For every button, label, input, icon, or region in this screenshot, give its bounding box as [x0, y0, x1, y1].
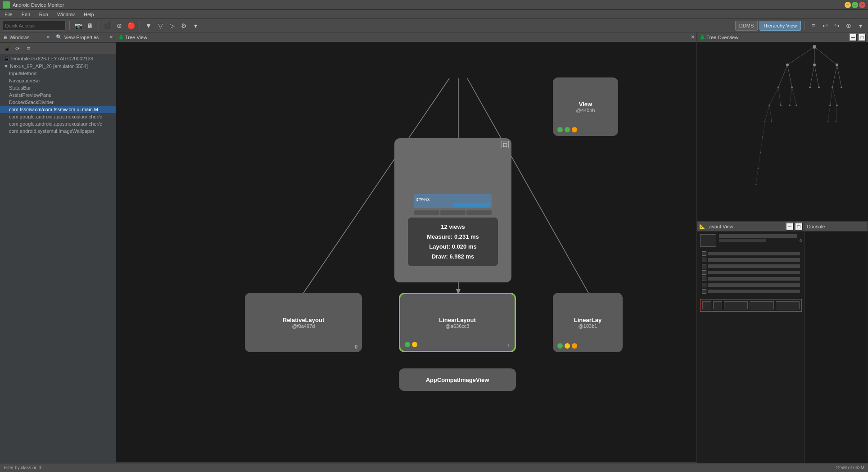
- layout-row-3: [700, 263, 802, 269]
- toolbar-btn-1[interactable]: 📷: [73, 21, 83, 31]
- toolbar-separator-3: [140, 21, 140, 30]
- toolbar-btn-5[interactable]: 🔴: [126, 21, 136, 31]
- item-assistpreview[interactable]: AssistPreviewPanel: [0, 91, 116, 99]
- svg-line-9: [810, 65, 814, 87]
- checkbox-1[interactable]: [702, 251, 706, 256]
- svg-point-50: [836, 121, 837, 122]
- toolbar-extra-4[interactable]: ⊕: [844, 21, 854, 31]
- item-dockedstack[interactable]: DockedStackDivider: [0, 99, 116, 106]
- view-properties-tab[interactable]: 🔍 View Properties ✕: [53, 32, 116, 42]
- checkbox-5[interactable]: [702, 277, 706, 281]
- layout-num-0: 0: [800, 238, 802, 243]
- dot-orange-1: [572, 127, 577, 132]
- menu-run[interactable]: Run: [36, 11, 51, 18]
- menu-edit[interactable]: Edit: [19, 11, 33, 18]
- windows-tab[interactable]: 🖥 Windows ✕: [0, 32, 53, 42]
- action-btn-3[interactable]: ≡: [23, 44, 33, 54]
- node-view-top[interactable]: View @440bb: [553, 77, 618, 136]
- item-imagewallpaper[interactable]: com.android.systemui.ImageWallpaper: [0, 127, 116, 135]
- device-lemobile[interactable]: 📱 lemobile-lex626-LEY7A07020002139: [0, 55, 116, 63]
- toolbar-btn-2[interactable]: 🖥: [85, 21, 95, 31]
- hierarchy-view-button[interactable]: Hierarchy View: [760, 21, 801, 31]
- layout-small-3: [724, 301, 748, 309]
- node-linear-center-num: 1: [507, 343, 510, 348]
- checkbox-6[interactable]: [702, 283, 706, 287]
- quick-access-input[interactable]: [3, 21, 66, 31]
- node-relativelayout[interactable]: RelativeLayout @f0a497d 0: [245, 293, 362, 352]
- main-toolbar: 📷 🖥 ⬛ ⊕ 🔴 ▼ ▽ ▷ ⚙ ▾ DDMS Hierarchy View …: [0, 19, 868, 32]
- overview-svg: [697, 42, 868, 222]
- toolbar-extra-1[interactable]: ≡: [809, 21, 818, 31]
- toolbar-btn-9[interactable]: ⚙: [179, 21, 189, 31]
- filter-label: Filter by class or id:: [4, 465, 42, 470]
- svg-line-24: [778, 87, 781, 105]
- view-properties-close[interactable]: ✕: [109, 35, 113, 40]
- info-box: 12 views Measure: 0.231 ms Layout: 0.020…: [408, 218, 498, 266]
- app-btn-2: [440, 210, 466, 215]
- checkbox-4[interactable]: [702, 270, 706, 275]
- node-linearlayout-center[interactable]: LinearLayout @a636cc3 1: [399, 293, 516, 352]
- toolbar-btn-4[interactable]: ⊕: [114, 21, 124, 31]
- menu-file[interactable]: File: [2, 11, 15, 18]
- item-fssmw[interactable]: com.fssmw.cm/com.fssmw.cm.ui.main.M: [0, 106, 116, 113]
- svg-point-15: [813, 64, 816, 66]
- status-memory: 125M of 663M: [836, 465, 864, 470]
- item-inputmethod[interactable]: InputMethod: [0, 70, 116, 77]
- toolbar-btn-7[interactable]: ▽: [155, 21, 165, 31]
- tree-overview-min[interactable]: ─: [849, 33, 857, 41]
- minimize-button[interactable]: ─: [845, 2, 851, 8]
- maximize-button[interactable]: □: [852, 2, 858, 8]
- toolbar-btn-10[interactable]: ▾: [190, 21, 200, 31]
- node-linear-right-id: @103b1: [579, 323, 597, 329]
- console-title: Console: [807, 224, 866, 229]
- toolbar-btn-8[interactable]: ▷: [167, 21, 177, 31]
- item-navigationbar[interactable]: NavigationBar: [0, 77, 116, 84]
- item-nexuslauncher-2[interactable]: com.google.android.apps.nexuslauncher/c: [0, 120, 116, 127]
- checkbox-3[interactable]: [702, 264, 706, 268]
- layout-view-min[interactable]: ─: [786, 222, 794, 231]
- layout-bar-7: [708, 277, 800, 281]
- toolbar-btn-6[interactable]: ▼: [144, 21, 154, 31]
- toolbar-extra-2[interactable]: ↩: [820, 21, 830, 31]
- device-nexus[interactable]: ▼ Nexus_6P_API_26 [emulator-5554]: [0, 63, 116, 70]
- action-btn-2[interactable]: ⟳: [13, 44, 23, 54]
- view-properties-icon: 🔍: [56, 34, 62, 40]
- svg-line-32: [769, 105, 772, 121]
- dot-linear-green: [405, 342, 410, 347]
- tree-overview-canvas: [697, 42, 868, 222]
- action-btn-1[interactable]: 📱: [2, 44, 12, 54]
- item-statusbar[interactable]: StatusBar: [0, 84, 116, 91]
- toolbar-extra-3[interactable]: ↪: [832, 21, 842, 31]
- ddms-button[interactable]: DDMS: [735, 21, 758, 31]
- layout-small-2: [713, 301, 722, 309]
- svg-line-7: [778, 65, 787, 87]
- layout-text-area: [719, 234, 797, 247]
- node-appcompat[interactable]: AppCompatImageView: [399, 368, 516, 391]
- windows-close[interactable]: ✕: [46, 35, 50, 40]
- checkbox-2[interactable]: [702, 258, 706, 262]
- menu-help[interactable]: Help: [81, 11, 97, 18]
- layout-bar-1: [719, 234, 797, 238]
- close-button[interactable]: ✕: [859, 2, 865, 8]
- app-icon: [3, 1, 10, 9]
- item-nexuslauncher-1[interactable]: com.google.android.apps.nexuslauncher/c: [0, 113, 116, 120]
- checkbox-7[interactable]: [702, 289, 706, 294]
- tree-view-close[interactable]: ✕: [691, 34, 695, 40]
- layout-bar-8: [708, 283, 800, 287]
- node-linearlayout-right[interactable]: LinearLay @103b1: [553, 293, 623, 352]
- layout-view-max[interactable]: □: [795, 222, 803, 231]
- svg-line-47: [828, 105, 830, 121]
- tree-canvas[interactable]: View @440bb 文字小区: [116, 42, 696, 472]
- tree-overview-max[interactable]: □: [858, 33, 866, 41]
- toolbar-btn-3[interactable]: ⬛: [103, 21, 113, 31]
- svg-line-12: [837, 65, 841, 87]
- tree-overview-panel: 🌲 Tree Overview ─ □: [697, 32, 868, 222]
- menu-window[interactable]: Window: [54, 11, 77, 18]
- title-bar: Android Device Monitor ─ □ ✕: [0, 0, 868, 10]
- tree-overview-icon: 🌲: [699, 34, 705, 40]
- toolbar-separator-2: [99, 21, 99, 30]
- layout-bottom-section: [700, 299, 802, 312]
- node-expand-btn[interactable]: □: [502, 141, 509, 148]
- node-relative-label: RelativeLayout: [283, 317, 324, 323]
- toolbar-extra-5[interactable]: ▾: [855, 21, 865, 31]
